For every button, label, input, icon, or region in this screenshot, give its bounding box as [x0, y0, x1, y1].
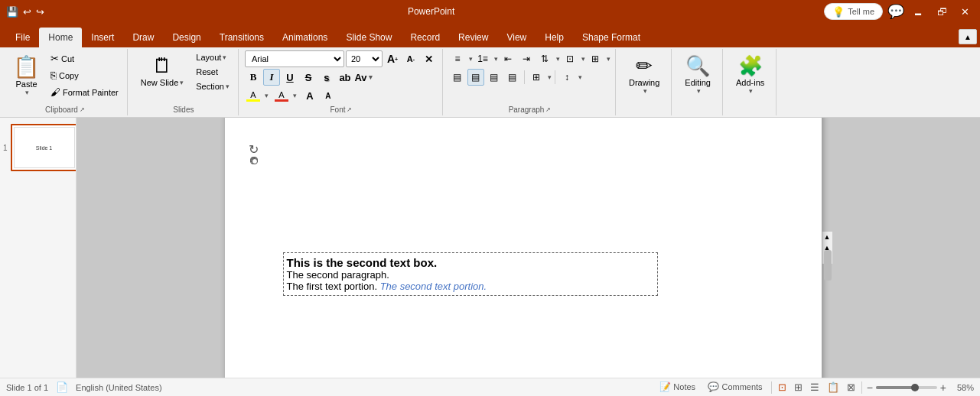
- paste-button[interactable]: 📋 Paste ▾: [8, 50, 45, 100]
- text-size-large-button[interactable]: A: [301, 87, 318, 104]
- tab-help[interactable]: Help: [536, 28, 573, 47]
- clipboard-expand-icon[interactable]: ↗: [80, 106, 85, 113]
- shadow-button[interactable]: s: [318, 69, 335, 86]
- underline-button[interactable]: U: [282, 69, 298, 86]
- font-extra-button[interactable]: Av▾: [355, 69, 372, 86]
- undo-icon[interactable]: ↩: [23, 6, 31, 18]
- text-dir-dropdown-icon[interactable]: ▾: [556, 55, 560, 63]
- editing-button[interactable]: 🔍 Editing ▾: [678, 50, 718, 99]
- tell-me-button[interactable]: 💡 Tell me: [824, 3, 883, 20]
- tab-view[interactable]: View: [497, 28, 536, 47]
- tab-transitions[interactable]: Transitions: [210, 28, 273, 47]
- tab-file[interactable]: File: [6, 28, 39, 47]
- indent-less-button[interactable]: ⇤: [500, 50, 516, 67]
- section-button[interactable]: Section ▾: [192, 80, 233, 93]
- bullets-dropdown-icon[interactable]: ▾: [469, 55, 473, 63]
- align-text-dropdown-icon[interactable]: ▾: [581, 55, 585, 63]
- tab-review[interactable]: Review: [449, 28, 497, 47]
- align-center-button[interactable]: ▤: [467, 69, 484, 86]
- text-size-small-button[interactable]: A: [320, 87, 337, 104]
- justify-button[interactable]: ▤: [504, 69, 521, 86]
- tab-draw[interactable]: Draw: [123, 28, 163, 47]
- font-increase-button[interactable]: A+: [384, 50, 401, 67]
- reset-button[interactable]: Reset: [192, 65, 233, 79]
- zoom-bar[interactable]: [876, 386, 937, 389]
- comments-icon[interactable]: 💬: [887, 3, 904, 20]
- highlight-dropdown-icon[interactable]: ▾: [265, 92, 269, 99]
- scroll-thumb[interactable]: [824, 250, 832, 281]
- font-expand-icon[interactable]: ↗: [347, 106, 352, 113]
- numbering-dropdown-icon[interactable]: ▾: [494, 55, 498, 63]
- save-icon[interactable]: 💾: [6, 6, 18, 18]
- tab-record[interactable]: Record: [401, 28, 449, 47]
- font-more-button[interactable]: ab: [337, 69, 353, 86]
- strikethrough-button[interactable]: S: [300, 69, 317, 86]
- align-text-button[interactable]: ⊡: [562, 50, 578, 67]
- ribbon-collapse-button[interactable]: ▲: [959, 29, 977, 44]
- clipboard-stacked: ✂ Cut ⎘ Copy 🖌 Format Painter: [47, 50, 122, 100]
- tab-shape-format[interactable]: Shape Format: [573, 28, 650, 47]
- zoom-plus-button[interactable]: +: [940, 381, 946, 394]
- font-size-select[interactable]: 20: [346, 50, 383, 67]
- format-painter-button[interactable]: 🖌 Format Painter: [47, 84, 122, 100]
- numbering-button[interactable]: 1≡: [474, 50, 491, 67]
- handle-br[interactable]: [252, 158, 258, 164]
- fit-slide-icon[interactable]: ⊠: [845, 380, 857, 394]
- bold-button[interactable]: B: [245, 69, 262, 86]
- text-box-2[interactable]: This is the second text box. The second …: [283, 252, 658, 296]
- zoom-thumb[interactable]: [911, 384, 919, 391]
- addins-button[interactable]: 🧩 Add-ins ▾: [729, 50, 771, 99]
- drawing-button[interactable]: ✏ Drawing ▾: [622, 50, 666, 99]
- highlight-color-button[interactable]: A: [245, 89, 262, 103]
- font-color-dropdown-icon[interactable]: ▾: [293, 92, 297, 99]
- zoom-minus-button[interactable]: −: [867, 381, 873, 394]
- tab-design[interactable]: Design: [163, 28, 210, 47]
- drawing-icon: ✏: [636, 54, 653, 78]
- tab-insert[interactable]: Insert: [82, 28, 123, 47]
- clipboard-content: 📋 Paste ▾ ✂ Cut ⎘ Copy: [8, 50, 122, 104]
- align-left-button[interactable]: ▤: [449, 69, 466, 86]
- layout-button[interactable]: Layout ▾: [192, 50, 233, 64]
- scroll-arrow-up[interactable]: ▲: [822, 232, 832, 242]
- view-outline-icon[interactable]: ☰: [809, 380, 821, 394]
- align-right-button[interactable]: ▤: [486, 69, 503, 86]
- clear-format-button[interactable]: ✕: [421, 50, 438, 67]
- cut-button[interactable]: ✂ Cut: [47, 50, 122, 67]
- columns-dropdown-icon[interactable]: ▾: [548, 73, 552, 81]
- font-color-button[interactable]: A: [273, 89, 290, 103]
- comments-button[interactable]: 💬 Comments: [704, 380, 767, 395]
- view-notes-icon[interactable]: 📋: [825, 380, 841, 394]
- text-direction-button[interactable]: ⇅: [536, 50, 553, 67]
- bullets-button[interactable]: ≡: [449, 50, 466, 67]
- copy-button[interactable]: ⎘ Copy: [47, 67, 122, 83]
- view-slide-sorter-icon[interactable]: ⊞: [793, 380, 804, 394]
- thumb-content: Slide 1: [34, 144, 54, 152]
- font-name-select[interactable]: Arial: [245, 50, 344, 67]
- tab-slideshow[interactable]: Slide Show: [337, 28, 401, 47]
- line-spacing-button[interactable]: ↕: [558, 69, 575, 86]
- indent-more-button[interactable]: ⇥: [518, 50, 535, 67]
- slide-row-1: 1 Slide 1: [3, 124, 73, 171]
- editing-icon: 🔍: [685, 54, 710, 78]
- paragraph-expand-icon[interactable]: ↗: [545, 106, 551, 113]
- tab-animations[interactable]: Animations: [273, 28, 337, 47]
- minimize-button[interactable]: 🗕: [909, 5, 928, 19]
- slide-canvas[interactable]: This is the first text box. ↻: [225, 118, 822, 378]
- tab-home[interactable]: Home: [39, 28, 82, 47]
- columns-button[interactable]: ⊞: [528, 69, 545, 86]
- restore-button[interactable]: 🗗: [933, 5, 952, 19]
- close-button[interactable]: ✕: [956, 5, 974, 19]
- new-slide-button[interactable]: 🗒 New Slide ▾: [134, 50, 191, 91]
- smartart-dropdown-icon[interactable]: ▾: [607, 55, 610, 63]
- notes-button[interactable]: 📝 Notes: [656, 380, 699, 395]
- redo-icon[interactable]: ↪: [36, 6, 44, 18]
- cut-icon: ✂: [50, 53, 59, 64]
- view-normal-icon[interactable]: ⊡: [777, 380, 788, 394]
- line-spacing-dropdown-icon[interactable]: ▾: [578, 73, 582, 81]
- font-decrease-button[interactable]: A-: [402, 50, 419, 67]
- notes-page-icon[interactable]: 📄: [54, 380, 70, 394]
- convert-to-smartart-button[interactable]: ⊞: [587, 50, 604, 67]
- rotate-handle[interactable]: ↻: [249, 142, 259, 157]
- slide-thumbnail[interactable]: Slide 1: [11, 124, 77, 171]
- italic-button[interactable]: I: [263, 69, 280, 86]
